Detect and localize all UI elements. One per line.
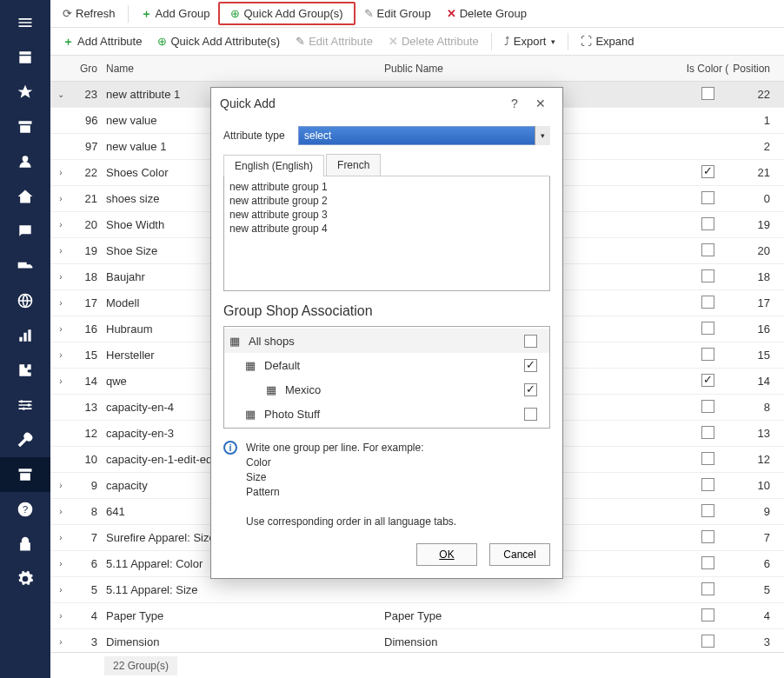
color-checkbox[interactable] bbox=[701, 269, 714, 282]
shop-icon: ▦ bbox=[245, 359, 259, 372]
expand-icon[interactable]: › bbox=[50, 168, 71, 177]
lock-icon[interactable] bbox=[0, 527, 50, 562]
store-icon[interactable] bbox=[0, 40, 50, 75]
color-checkbox[interactable] bbox=[701, 400, 714, 413]
inbox-icon[interactable] bbox=[0, 457, 50, 492]
color-checkbox[interactable] bbox=[701, 243, 714, 256]
groups-textarea[interactable]: new attribute group 1 new attribute grou… bbox=[223, 176, 550, 291]
expand-icon[interactable]: › bbox=[50, 324, 71, 334]
color-checkbox[interactable] bbox=[701, 374, 714, 387]
tree-checkbox[interactable] bbox=[524, 383, 537, 396]
info-icon: i bbox=[223, 441, 237, 455]
add-group-button[interactable]: ＋Add Group bbox=[134, 3, 217, 24]
globe-icon[interactable] bbox=[0, 283, 50, 318]
color-checkbox[interactable] bbox=[701, 191, 714, 204]
group-count: 22 Group(s) bbox=[104, 656, 177, 675]
cell-position: 4 bbox=[732, 609, 784, 622]
color-checkbox[interactable] bbox=[701, 165, 714, 178]
cell-id: 18 bbox=[71, 270, 103, 283]
col-name[interactable]: Name bbox=[103, 63, 381, 75]
archive-icon[interactable] bbox=[0, 110, 50, 144]
delete-group-button[interactable]: ✕Delete Group bbox=[440, 4, 534, 23]
expand-icon[interactable]: ⌄ bbox=[50, 90, 71, 99]
attr-type-select[interactable]: select▾ bbox=[298, 126, 550, 145]
expand-icon[interactable]: › bbox=[50, 611, 71, 621]
table-row[interactable]: ›3DimensionDimension3 bbox=[50, 629, 784, 652]
color-checkbox[interactable] bbox=[701, 217, 714, 230]
col-gro[interactable]: Gro bbox=[71, 63, 103, 75]
shop-icon: ▦ bbox=[266, 383, 280, 396]
expand-icon[interactable]: › bbox=[50, 220, 71, 229]
edit-group-button[interactable]: ✎Edit Group bbox=[357, 4, 438, 23]
quick-add-group-button[interactable]: ⊕Quick Add Group(s) bbox=[223, 4, 349, 23]
refresh-button[interactable]: ⟳Refresh bbox=[56, 4, 123, 23]
tree-row[interactable]: ▦Default bbox=[224, 353, 549, 377]
cell-position: 18 bbox=[732, 270, 784, 283]
expand-button[interactable]: ⛶Expand bbox=[574, 32, 641, 50]
color-checkbox[interactable] bbox=[701, 556, 714, 569]
menu-icon[interactable] bbox=[0, 5, 50, 40]
color-checkbox[interactable] bbox=[701, 478, 714, 491]
color-checkbox[interactable] bbox=[701, 296, 714, 309]
shop-tree: ▦All shops▦Default▦Mexico▦Photo Stuff bbox=[223, 326, 550, 429]
puzzle-icon[interactable] bbox=[0, 353, 50, 388]
color-checkbox[interactable] bbox=[701, 87, 714, 100]
expand-icon[interactable]: › bbox=[50, 585, 71, 595]
table-row[interactable]: ›55.11 Apparel: Size5 bbox=[50, 577, 784, 603]
table-row[interactable]: ›4Paper TypePaper Type4 bbox=[50, 603, 784, 629]
add-attribute-button[interactable]: ＋Add Attribute bbox=[56, 31, 149, 52]
expand-icon[interactable]: › bbox=[50, 376, 71, 386]
color-checkbox[interactable] bbox=[701, 530, 714, 543]
expand-icon[interactable]: › bbox=[50, 298, 71, 308]
star-icon[interactable] bbox=[0, 75, 50, 110]
dialog-help-icon[interactable]: ? bbox=[502, 96, 528, 110]
color-checkbox[interactable] bbox=[701, 348, 714, 361]
help-icon[interactable]: ? bbox=[0, 492, 50, 527]
expand-icon[interactable]: › bbox=[50, 350, 71, 360]
edit-attribute-button: ✎Edit Attribute bbox=[289, 32, 380, 50]
expand-icon[interactable]: › bbox=[50, 533, 71, 542]
color-checkbox[interactable] bbox=[701, 322, 714, 335]
expand-icon[interactable]: › bbox=[50, 246, 71, 256]
color-checkbox[interactable] bbox=[701, 504, 714, 517]
bar-chart-icon[interactable] bbox=[0, 318, 50, 353]
tab-french[interactable]: French bbox=[326, 154, 381, 176]
expand-icon[interactable]: › bbox=[50, 507, 71, 516]
person-icon[interactable] bbox=[0, 144, 50, 179]
home-icon[interactable] bbox=[0, 179, 50, 214]
color-checkbox[interactable] bbox=[701, 635, 714, 648]
cell-position: 21 bbox=[732, 166, 784, 179]
tree-row[interactable]: ▦Photo Stuff bbox=[224, 402, 549, 426]
wrench-icon[interactable] bbox=[0, 422, 50, 457]
export-button[interactable]: ⤴Export▾ bbox=[497, 32, 563, 50]
quick-add-attribute-button[interactable]: ⊕Quick Add Attribute(s) bbox=[150, 32, 287, 50]
chat-icon[interactable] bbox=[0, 214, 50, 249]
color-checkbox[interactable] bbox=[701, 452, 714, 465]
col-public[interactable]: Public Name bbox=[381, 63, 683, 75]
color-checkbox[interactable] bbox=[701, 426, 714, 439]
tree-checkbox[interactable] bbox=[524, 408, 537, 421]
tree-row[interactable]: ▦All shops bbox=[224, 329, 549, 353]
truck-icon[interactable] bbox=[0, 249, 50, 283]
expand-icon[interactable]: › bbox=[50, 272, 71, 282]
tree-checkbox[interactable] bbox=[524, 359, 537, 372]
expand-icon[interactable]: › bbox=[50, 481, 71, 490]
expand-icon[interactable]: › bbox=[50, 637, 71, 647]
color-checkbox[interactable] bbox=[701, 608, 714, 622]
ok-button[interactable]: OK bbox=[416, 543, 477, 566]
svg-text:?: ? bbox=[23, 503, 29, 515]
color-checkbox[interactable] bbox=[701, 582, 714, 595]
tree-checkbox[interactable] bbox=[524, 335, 537, 348]
sliders-icon[interactable] bbox=[0, 388, 50, 422]
cell-public: Paper Type bbox=[381, 609, 683, 622]
shop-icon: ▦ bbox=[229, 335, 243, 348]
expand-icon[interactable]: › bbox=[50, 194, 71, 203]
col-color[interactable]: Is Color ( bbox=[683, 63, 732, 75]
expand-icon[interactable]: › bbox=[50, 559, 71, 568]
col-position[interactable]: Position bbox=[732, 63, 784, 75]
dialog-close-icon[interactable]: ✕ bbox=[528, 96, 554, 110]
tab-english[interactable]: English (English) bbox=[223, 155, 324, 176]
tree-row[interactable]: ▦Mexico bbox=[224, 377, 549, 402]
cancel-button[interactable]: Cancel bbox=[489, 543, 550, 566]
gear-icon[interactable] bbox=[0, 562, 50, 596]
